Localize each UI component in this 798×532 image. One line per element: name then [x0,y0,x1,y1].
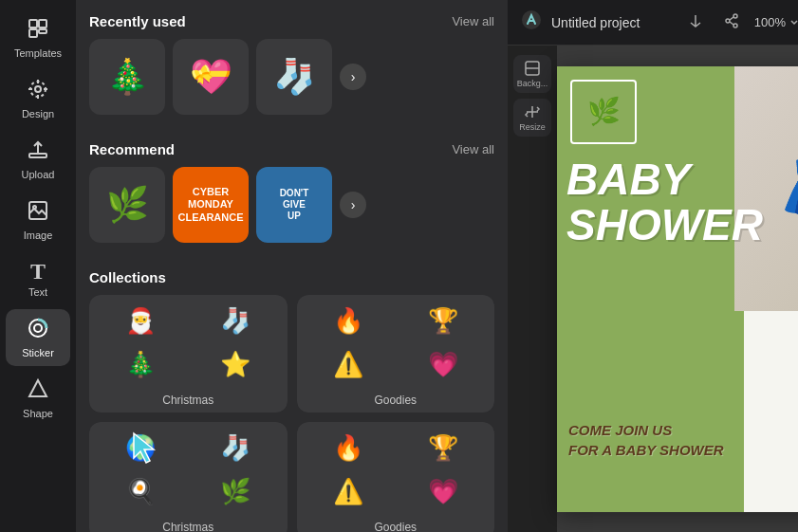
app-logo [521,9,542,35]
collection-goodies-2-grid: 🔥 🏆 ⚠️ 💗 [297,422,495,517]
collection-goodies-2-item-3: ⚠️ [303,471,394,511]
collection-christmas-label: Christmas [89,390,288,413]
svg-rect-6 [29,154,46,157]
collection-goodies-2-label: Goodies [297,517,495,532]
recommend-next-arrow[interactable]: › [340,192,366,218]
recommend-row: 🌿 CYBERMONDAYCLEARANCE DON'TGIVEUP › [89,167,494,243]
collection-goodies-label: Goodies [297,390,495,413]
image-icon [27,199,49,226]
svg-rect-2 [29,29,37,37]
recommend-section: Recommend View all 🌿 CYBERMONDAYCLEARANC… [76,128,508,256]
svg-point-13 [733,14,737,18]
sticker-dont-give-up[interactable]: DON'TGIVEUP [256,167,332,243]
baby-title-line2: SHOWER [566,202,763,248]
sidebar-item-sticker-label: Sticker [22,347,54,358]
recommend-header: Recommend View all [89,141,494,157]
collection-christmas-item-4: ⭐ [190,344,281,384]
collection-christmas-2-item-2: 🧦 [190,428,281,468]
baby-title-line1: BABY [566,156,763,202]
svg-point-4 [35,86,41,92]
recently-used-next-arrow[interactable]: › [340,64,366,90]
svg-point-15 [733,24,737,28]
poster: 👗 🌿 BABY SHOWER COME JOIN US FOR A BABY … [557,66,798,512]
collection-goodies[interactable]: 🔥 🏆 ⚠️ 💗 Goodies [297,295,495,413]
sidebar-item-templates-label: Templates [14,47,62,59]
sticker-icon [27,317,49,343]
share-button[interactable] [718,9,745,35]
collection-goodies-item-4: 💗 [398,344,489,384]
svg-rect-0 [29,20,37,28]
collection-goodies-2-item-2: 🏆 [398,428,489,468]
resize-tool[interactable]: Resize [513,99,551,137]
recommend-view-all[interactable]: View all [452,142,494,156]
sidebar-item-image[interactable]: Image [6,192,70,248]
sidebar-item-shape[interactable]: Shape [6,370,70,427]
sidebar-item-design-label: Design [22,108,54,119]
sticker-christmas-tree[interactable]: 🎄 [89,39,165,115]
sidebar-item-templates[interactable]: Templates [6,9,70,66]
collections-title: Collections [89,269,166,285]
sticker-sock[interactable]: 🧦 [256,39,332,115]
canvas-area: Untitled project 100% ↺ ↻ [508,0,798,532]
recently-used-row: 🎄 💝 🧦 › [89,39,494,115]
onesie-emoji: 👗 [774,157,798,219]
collection-goodies-2[interactable]: 🔥 🏆 ⚠️ 💗 Goodies [297,422,495,532]
collection-christmas-2-item-4: 🌿 [190,471,281,511]
collections-header: Collections [89,269,494,285]
svg-rect-3 [39,29,46,33]
templates-icon [27,17,49,44]
collection-christmas-item-1: 🎅 [95,301,186,340]
collection-christmas-2-label: Christmas [89,517,288,532]
recently-used-header: Recently used View all [89,13,494,29]
canvas-workspace: Backg... Resize [508,46,798,532]
collection-christmas-2-item-3: 🍳 [95,471,186,511]
sidebar-item-shape-label: Shape [23,408,53,419]
sidebar-item-text[interactable]: T Text [6,252,70,305]
sidebar-item-sticker[interactable]: Sticker [6,309,70,366]
collection-christmas-2-grid: 🌍 🧦 🍳 🌿 [89,422,288,517]
text-icon: T [30,260,46,283]
collection-goodies-2-item-1: 🔥 [303,428,394,468]
collections-section: Collections 🎅 🧦 🎄 ⭐ Christmas 🔥 🏆 ⚠️ 💗 [76,256,508,532]
collections-row-2: 🌍 🧦 🍳 🌿 Christmas 🔥 🏆 ⚠️ 💗 Goodies [89,422,494,532]
sidebar: Templates Design Upload [0,0,76,532]
collection-christmas-item-2: 🧦 [190,301,281,340]
background-tool-label: Backg... [517,79,548,88]
collection-christmas-2[interactable]: 🌍 🧦 🍳 🌿 Christmas [89,422,288,532]
svg-rect-1 [39,20,46,28]
recently-used-section: Recently used View all 🎄 💝 🧦 › [76,0,508,128]
recommend-title: Recommend [89,141,175,157]
svg-point-5 [30,82,46,97]
collection-christmas-2-item-1: 🌍 [95,428,186,468]
collection-goodies-item-2: 🏆 [398,301,489,340]
design-icon [27,78,49,104]
come-join-line1: COME JOIN US [568,420,724,440]
collection-goodies-item-1: 🔥 [303,301,394,340]
canvas-display[interactable]: 👗 🌿 BABY SHOWER COME JOIN US FOR A BABY … [557,46,798,532]
collection-christmas-grid: 🎅 🧦 🎄 ⭐ [89,295,288,390]
background-tool[interactable]: Backg... [513,55,551,93]
baby-shower-title: BABY SHOWER [566,156,763,248]
sidebar-item-upload[interactable]: Upload [6,131,70,188]
come-join-text: COME JOIN US FOR A BABY SHOWER [568,420,724,460]
resize-tool-label: Resize [519,122,546,132]
sidebar-item-text-label: Text [28,286,47,298]
collection-goodies-2-item-4: 💗 [398,471,489,511]
come-join-line2: FOR A BABY SHOWER [568,440,724,460]
sticker-leaf-branch[interactable]: 🌿 [89,167,165,243]
leaf-box: 🌿 [570,80,637,144]
canvas-toolbar: Untitled project 100% ↺ ↻ [508,0,798,46]
svg-point-14 [726,19,730,23]
sticker-heart-box[interactable]: 💝 [173,39,249,115]
sticker-panel: Recently used View all 🎄 💝 🧦 › Recommend… [76,0,508,532]
collections-row-1: 🎅 🧦 🎄 ⭐ Christmas 🔥 🏆 ⚠️ 💗 Goodies [89,295,494,413]
collection-christmas[interactable]: 🎅 🧦 🎄 ⭐ Christmas [89,295,288,413]
sidebar-item-design[interactable]: Design [6,70,70,127]
sticker-cyber-monday[interactable]: CYBERMONDAYCLEARANCE [173,167,249,243]
collection-christmas-item-3: 🎄 [95,344,186,384]
export-button[interactable] [682,9,709,35]
recently-used-view-all[interactable]: View all [452,14,494,28]
side-tools-panel: Backg... Resize [508,46,557,532]
project-name[interactable]: Untitled project [551,15,673,30]
zoom-control[interactable]: 100% [754,15,798,29]
